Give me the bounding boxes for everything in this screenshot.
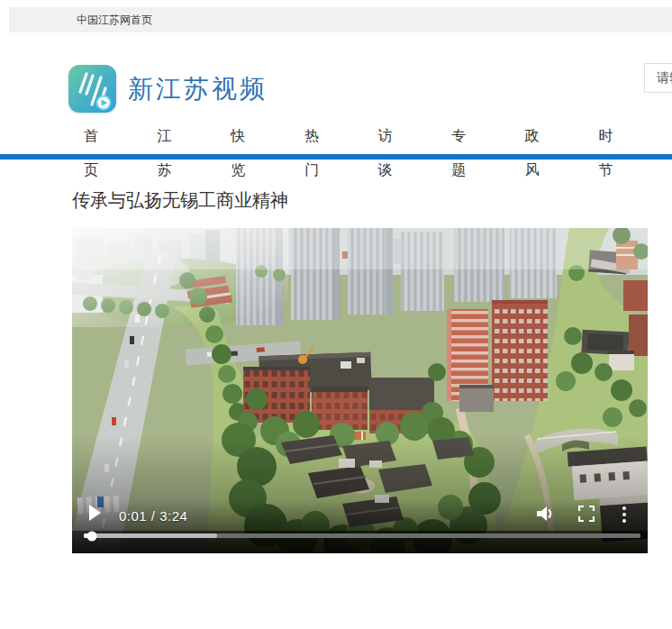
nav-item-politics[interactable]: 政风 bbox=[525, 119, 549, 187]
volume-icon bbox=[535, 505, 555, 523]
main-nav: 首页 江苏 快览 热门 访谈 专题 政风 时节 bbox=[0, 119, 672, 160]
logo-play-badge-icon bbox=[68, 65, 116, 113]
video-player[interactable]: 0:01 / 3:24 bbox=[72, 228, 648, 553]
nav-item-home[interactable]: 首页 bbox=[84, 119, 107, 187]
play-icon bbox=[88, 505, 102, 521]
home-portal-link[interactable]: 中国江苏网首页 bbox=[77, 7, 152, 32]
progress-bar[interactable] bbox=[84, 533, 640, 538]
fullscreen-icon bbox=[578, 506, 595, 522]
site-logo[interactable] bbox=[68, 65, 116, 113]
more-icon bbox=[620, 506, 629, 524]
site-header: 新江苏视频 bbox=[68, 65, 268, 113]
page-title: 传承与弘扬无锡工商业精神 bbox=[72, 188, 288, 213]
nav-item-season[interactable]: 时节 bbox=[598, 119, 622, 187]
nav-item-special[interactable]: 专题 bbox=[451, 119, 475, 187]
fullscreen-button[interactable] bbox=[578, 506, 595, 522]
progress-buffered bbox=[84, 533, 217, 538]
progress-knob[interactable] bbox=[87, 531, 97, 541]
search-input[interactable]: 请输 bbox=[644, 63, 672, 93]
play-button[interactable] bbox=[88, 505, 102, 521]
nav-item-hot[interactable]: 热门 bbox=[304, 119, 328, 187]
video-frame-aerial-scene bbox=[72, 228, 648, 553]
nav-item-interview[interactable]: 访谈 bbox=[378, 119, 402, 187]
volume-button[interactable] bbox=[535, 505, 555, 523]
site-name[interactable]: 新江苏视频 bbox=[128, 72, 268, 106]
nav-item-jiangsu[interactable]: 江苏 bbox=[158, 119, 181, 187]
topbar: 中国江苏网首页 bbox=[9, 7, 672, 32]
more-options-button[interactable] bbox=[620, 506, 629, 524]
nav-item-quickview[interactable]: 快览 bbox=[231, 119, 254, 187]
